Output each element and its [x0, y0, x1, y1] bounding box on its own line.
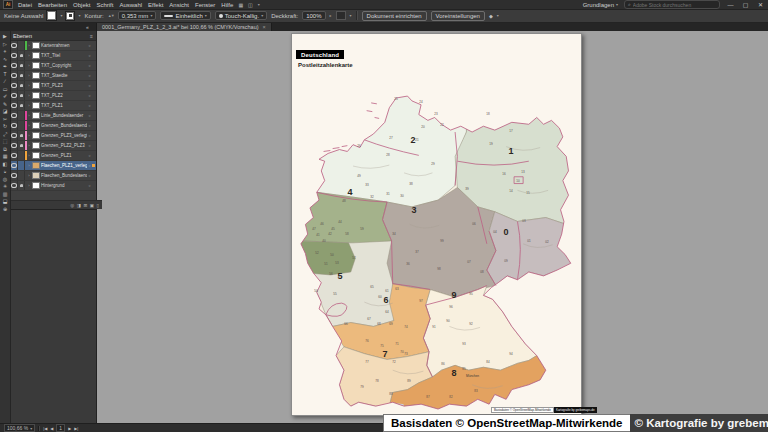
lock-toggle[interactable] [18, 131, 25, 140]
expand-arrow-icon[interactable]: › [27, 43, 31, 48]
expand-arrow-icon[interactable]: › [27, 73, 31, 78]
expand-arrow-icon[interactable]: › [27, 83, 31, 88]
visibility-toggle[interactable] [10, 121, 18, 130]
layer-row[interactable]: › Grenzen_PLZ1 ○ [10, 151, 96, 161]
target-circle-icon[interactable]: ○ [87, 154, 92, 158]
layer-name[interactable]: Grenzen_PLZ1 [41, 153, 87, 158]
search-input[interactable] [633, 2, 716, 8]
menu-item[interactable]: Bearbeiten [38, 2, 67, 8]
target-circle-icon[interactable]: ○ [87, 114, 92, 118]
layer-name[interactable]: Flaechen_PLZ1_verlegt [41, 163, 87, 168]
type-tool[interactable]: T [3, 71, 6, 77]
menu-item[interactable]: Objekt [73, 2, 90, 8]
layer-row[interactable]: › Hintergrund ○ [10, 181, 96, 191]
zoom-level-field[interactable]: 100,66 % ▾ [4, 424, 35, 432]
target-circle-icon[interactable]: ○ [87, 124, 92, 128]
visibility-toggle[interactable] [10, 91, 18, 100]
new-sublayer-icon[interactable]: ⊞ [83, 203, 87, 208]
canvas-area[interactable]: 0123456789 25242320272122262829181719161… [96, 31, 768, 424]
visibility-toggle[interactable] [10, 151, 18, 160]
symbol-sprayer-tool[interactable]: ✳ [3, 183, 7, 189]
target-circle-icon[interactable]: ○ [87, 144, 92, 148]
layout-grid-icon[interactable]: ▦ [238, 2, 243, 8]
stroke-weight-field[interactable]: 0,353 mm ▾ [118, 11, 157, 20]
germany-plz-map[interactable]: 0123456789 25242320272122262829181719161… [292, 34, 581, 415]
expand-arrow-icon[interactable]: › [27, 103, 31, 108]
menu-item[interactable]: Effekt [148, 2, 163, 8]
eyedropper-tool[interactable]: ◒ [3, 168, 6, 174]
snap-caret-icon[interactable]: ▾ [497, 13, 499, 18]
menu-item[interactable]: Schrift [96, 2, 113, 8]
stroke-swatch[interactable] [66, 12, 74, 20]
stroke-caret-icon[interactable]: ▾ [78, 13, 80, 18]
fill-caret-icon[interactable]: ▾ [60, 13, 62, 18]
restore-button[interactable]: ▢ [741, 1, 750, 8]
snap-options-icon[interactable]: ◆ [489, 13, 493, 19]
last-artboard-button[interactable]: ▶| [74, 426, 78, 431]
delete-layer-icon[interactable]: ▯ [97, 203, 99, 208]
direct-selection-tool[interactable]: ▷ [3, 41, 7, 47]
artboard[interactable]: 0123456789 25242320272122262829181719161… [291, 33, 582, 416]
visibility-toggle[interactable] [10, 181, 18, 190]
layer-name[interactable]: Linie_Bundeslaender [41, 113, 87, 118]
preferences-button[interactable]: Voreinstellungen [431, 11, 485, 21]
menu-item[interactable]: Hilfe [221, 2, 233, 8]
graph-tool[interactable]: ▥ [3, 191, 8, 197]
lock-toggle[interactable] [18, 71, 25, 80]
artboard-tool[interactable]: ⬓ [3, 198, 8, 204]
visibility-toggle[interactable] [10, 61, 18, 70]
lasso-tool[interactable]: ∿ [3, 56, 7, 62]
mesh-tool[interactable]: ▦ [3, 153, 8, 159]
scissors-tool[interactable]: ✂ [3, 116, 7, 122]
line-tool[interactable]: ∕ [5, 78, 6, 84]
visibility-toggle[interactable] [10, 51, 18, 60]
minimize-button[interactable]: — [726, 2, 735, 8]
visibility-toggle[interactable] [10, 111, 18, 120]
layer-row[interactable]: › TXT_PLZ3 ○ [10, 81, 96, 91]
tab-close-icon[interactable]: × [263, 24, 266, 30]
eraser-tool[interactable]: ◪ [3, 108, 8, 114]
expand-arrow-icon[interactable]: › [27, 143, 31, 148]
expand-arrow-icon[interactable]: › [27, 63, 31, 68]
lock-toggle[interactable] [18, 171, 25, 180]
zoom-tool[interactable]: ⊕ [3, 206, 7, 212]
menu-item[interactable]: Auswahl [119, 2, 142, 8]
shape-builder-tool[interactable]: ⧉ [3, 146, 7, 152]
target-circle-icon[interactable]: ○ [87, 44, 92, 48]
layer-row[interactable]: › Linie_Bundeslaender ○ [10, 111, 96, 121]
stroke-stepper-icon[interactable]: ▲▼ [108, 13, 114, 18]
layer-name[interactable]: Grenzen_PLZ2_PLZ3 [41, 143, 87, 148]
layer-row[interactable]: › Flaechen_Bundeslaender_verlegt ○ [10, 171, 96, 181]
menu-item[interactable]: Ansicht [169, 2, 189, 8]
layer-row[interactable]: › Grenzen_PLZ2_PLZ3 ○ [10, 141, 96, 151]
locate-object-icon[interactable]: ◎ [70, 203, 74, 208]
layer-row[interactable]: › Flaechen_PLZ1_verlegt ○ [10, 161, 96, 171]
expand-arrow-icon[interactable]: › [27, 53, 31, 58]
lock-toggle[interactable] [18, 51, 25, 60]
visibility-toggle[interactable] [10, 161, 18, 170]
target-circle-icon[interactable]: ○ [87, 134, 92, 138]
lock-toggle[interactable] [18, 101, 25, 110]
document-tab[interactable]: 0001_Germany_PLZ_1_2_3.ai* bei 100,66 % … [96, 22, 272, 31]
layer-name[interactable]: TXT_PLZ2 [41, 93, 87, 98]
expand-arrow-icon[interactable]: › [27, 123, 31, 128]
brush-dropdown[interactable]: Touch-Kallig. ▾ [215, 11, 267, 20]
pen-tool[interactable]: ✒ [3, 63, 7, 69]
gradient-tool[interactable]: ◧ [3, 161, 8, 167]
visibility-toggle[interactable] [10, 131, 18, 140]
pencil-tool[interactable]: ✎ [3, 101, 7, 107]
target-circle-icon[interactable]: ○ [87, 94, 92, 98]
visibility-toggle[interactable] [10, 71, 18, 80]
layer-row[interactable]: › TXT_Staedte ○ [10, 71, 96, 81]
layer-name[interactable]: Grenzen_Bundeslaender_verlegt [41, 123, 87, 128]
make-mask-icon[interactable]: ◨ [77, 203, 81, 208]
opacity-field[interactable]: 100% [302, 11, 325, 20]
paintbrush-tool[interactable]: ✐ [3, 93, 7, 99]
lock-toggle[interactable] [18, 141, 25, 150]
tab-layers[interactable]: Ebenen [13, 33, 32, 39]
prev-artboard-button[interactable]: ◀ [50, 426, 53, 431]
layer-row[interactable]: › TXT_Titel ○ [10, 51, 96, 61]
target-circle-icon[interactable]: ○ [87, 74, 92, 78]
menu-item[interactable]: Fenster [195, 2, 215, 8]
target-circle-icon[interactable]: ○ [87, 84, 92, 88]
